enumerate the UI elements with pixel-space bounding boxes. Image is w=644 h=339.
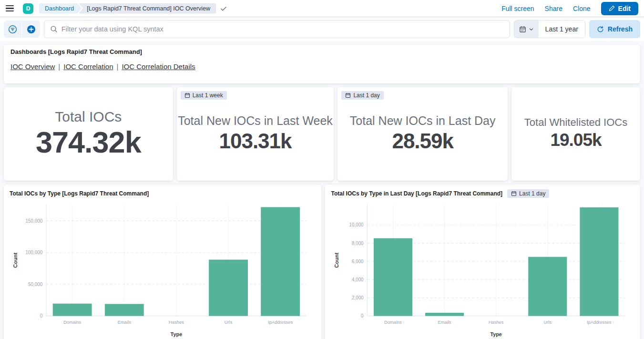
svg-text:IpAddresses: IpAddresses (268, 319, 293, 325)
chart-total-iocs-by-type[interactable]: Total IOCs by Type [Logs Rapid7 Threat C… (4, 185, 321, 339)
calendar-icon (345, 92, 351, 98)
edit-button[interactable]: Edit (601, 2, 638, 15)
svg-text:10,000: 10,000 (349, 222, 364, 227)
add-filter-icon[interactable] (22, 21, 40, 38)
svg-text:150,000: 150,000 (25, 218, 42, 224)
svg-text:Count: Count (334, 253, 339, 268)
breadcrumb-dashboard[interactable]: Dashboard (39, 3, 82, 14)
charts-row: Total IOCs by Type [Logs Rapid7 Threat C… (4, 185, 640, 339)
metric-title: Total New IOCs in Last Day (350, 114, 496, 128)
link-separator: | (116, 62, 118, 71)
svg-text:Type: Type (491, 331, 502, 337)
svg-text:Hashes: Hashes (169, 319, 184, 325)
time-picker: Last 1 year (514, 20, 585, 38)
bar-chart[interactable]: 050,000100,000150,000DomainsEmailsHashes… (10, 199, 316, 339)
space-avatar[interactable]: D (23, 3, 33, 14)
calendar-icon (511, 191, 517, 196)
metric-value: 19.05k (550, 129, 601, 152)
svg-text:Count: Count (12, 253, 18, 268)
link-ioc-overview[interactable]: IOC Overview (10, 62, 55, 71)
svg-text:Hashes: Hashes (489, 319, 504, 325)
svg-text:2,000: 2,000 (352, 295, 364, 300)
time-badge[interactable]: Last 1 day (341, 91, 383, 100)
svg-text:Emails: Emails (118, 319, 131, 325)
svg-text:IpAddresses: IpAddresses (587, 319, 612, 325)
chart-title: Total IOCs by Type in Last Day [Logs Rap… (331, 190, 502, 197)
svg-text:Domains: Domains (63, 319, 81, 325)
metric-value: 103.31k (219, 128, 291, 154)
pencil-icon (609, 5, 615, 11)
bar-chart-svg: 050,000100,000150,000DomainsEmailsHashes… (10, 199, 316, 339)
link-ioc-correlation[interactable]: IOC Correlation (63, 62, 113, 71)
clone-button[interactable]: Clone (573, 5, 591, 12)
kql-search-input[interactable] (61, 25, 504, 33)
svg-text:Type: Type (171, 331, 183, 337)
metrics-row: Total IOCs 374.32k Last 1 week Total New… (4, 87, 640, 181)
metric-value: 374.32k (36, 125, 141, 159)
metric-whitelisted-iocs[interactable]: Total Whitelisted IOCs 19.05k (511, 87, 640, 181)
breadcrumb-current-page: [Logs Rapid7 Threat Command] IOC Overvie… (79, 3, 216, 14)
link-ioc-correlation-details[interactable]: IOC Correlation Details (122, 62, 195, 71)
link-separator: | (58, 62, 60, 71)
breadcrumb: Dashboard [Logs Rapid7 Threat Command] I… (39, 3, 227, 14)
calendar-dropdown-button[interactable] (514, 21, 539, 38)
share-button[interactable]: Share (545, 5, 562, 12)
calendar-icon (184, 92, 190, 98)
calendar-icon (519, 26, 526, 33)
svg-text:Domains: Domains (385, 319, 402, 325)
refresh-button[interactable]: Refresh (589, 20, 640, 38)
metric-title: Total IOCs (55, 109, 122, 125)
bar-chart[interactable]: 02,0004,0006,0008,00010,000DomainsEmails… (331, 199, 634, 339)
check-icon[interactable] (220, 5, 227, 12)
search-icon (50, 25, 58, 33)
svg-text:Urls: Urls (544, 319, 552, 325)
full-screen-button[interactable]: Full screen (501, 5, 534, 12)
bar-chart-svg: 02,0004,0006,0008,00010,000DomainsEmails… (331, 199, 634, 339)
svg-text:100,000: 100,000 (25, 250, 42, 255)
metric-title: Total Whitelisted IOCs (524, 116, 627, 129)
chart-title: Total IOCs by Type [Logs Rapid7 Threat C… (10, 190, 149, 197)
markdown-panel-title: Dashboards [Logs Rapid7 Threat Command] (10, 48, 634, 55)
metric-new-iocs-last-week[interactable]: Last 1 week Total New IOCs in Last Week … (177, 87, 334, 181)
metric-value: 28.59k (392, 128, 453, 154)
time-badge[interactable]: Last 1 week (181, 91, 227, 100)
svg-text:8,000: 8,000 (352, 241, 364, 246)
chevron-down-icon (529, 27, 534, 32)
svg-text:6,000: 6,000 (352, 259, 364, 264)
time-badge[interactable]: Last 1 day (507, 189, 549, 198)
time-range-value[interactable]: Last 1 year (539, 21, 585, 38)
markdown-panel: Dashboards [Logs Rapid7 Threat Command] … (4, 45, 640, 83)
svg-text:0: 0 (361, 313, 364, 318)
saved-query-icon[interactable] (4, 21, 22, 38)
dashboard-container: Dashboards [Logs Rapid7 Threat Command] … (0, 41, 644, 339)
svg-text:Urls: Urls (225, 319, 233, 325)
metric-new-iocs-last-day[interactable]: Last 1 day Total New IOCs in Last Day 28… (337, 87, 508, 181)
dashboard-links: IOC Overview|IOC Correlation|IOC Correla… (10, 62, 634, 71)
top-navigation: D Dashboard [Logs Rapid7 Threat Command]… (0, 0, 644, 17)
chart-total-iocs-by-type-last-day[interactable]: Total IOCs by Type in Last Day [Logs Rap… (325, 185, 640, 339)
svg-text:50,000: 50,000 (28, 282, 43, 287)
svg-text:Emails: Emails (438, 319, 451, 325)
metric-total-iocs[interactable]: Total IOCs 374.32k (4, 87, 173, 181)
metric-title: Total New IOCs in Last Week (178, 114, 333, 128)
svg-text:0: 0 (40, 313, 43, 318)
query-bar: Last 1 year Refresh (0, 17, 644, 41)
kql-search-box (44, 20, 510, 38)
filter-button-group (4, 21, 40, 38)
refresh-icon (597, 26, 604, 33)
svg-text:4,000: 4,000 (352, 277, 364, 282)
menu-icon[interactable] (6, 3, 17, 14)
